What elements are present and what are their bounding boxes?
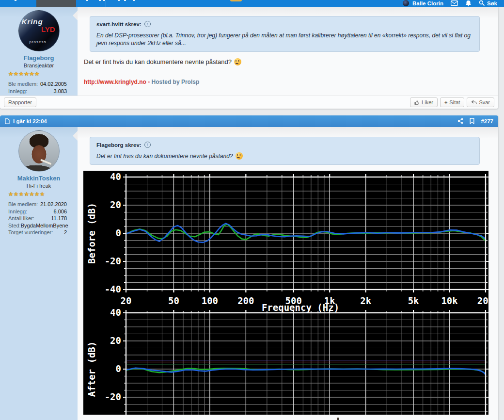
svg-text:20: 20 bbox=[110, 199, 121, 210]
stat-row: Torget vurderinger:2 bbox=[8, 229, 67, 236]
post-message: Det er fint hvis du kan dokumentere nevn… bbox=[84, 58, 480, 65]
post-content: Flageborg skrev: ↑ Det er fint hvis du k… bbox=[78, 127, 498, 420]
quoted-message: Flageborg skrev: ↑ Det er fint hvis du k… bbox=[90, 137, 480, 165]
svg-text:Frequency (Hz): Frequency (Hz) bbox=[262, 302, 339, 313]
quote-button[interactable]: + Sitat bbox=[440, 97, 464, 107]
svg-text:20: 20 bbox=[121, 295, 132, 306]
inbox-envelope-icon[interactable] bbox=[451, 0, 458, 6]
avatar-flageborg[interactable]: Kring LYD prosess bbox=[18, 10, 60, 51]
username-link[interactable]: MakkinTosken bbox=[0, 175, 78, 182]
nav-text-fragment bbox=[15, 0, 16, 1]
svg-text:40: 40 bbox=[110, 171, 121, 182]
avatar-makkintosken[interactable] bbox=[18, 130, 60, 172]
signature: http://www.kringlyd.no - Hosted by Prols… bbox=[84, 79, 480, 85]
quote-body: En del DSP-prosessorer (bl.a. Trinnov, t… bbox=[96, 32, 473, 47]
quote-body: Det er fint hvis du kan dokumentere nevn… bbox=[96, 152, 473, 160]
quoted-message: svart-hvitt skrev: ↑ En del DSP-prosesso… bbox=[90, 16, 480, 52]
post-timestamp-link[interactable]: I går kl 22:04 bbox=[13, 118, 47, 124]
user-avatar-small bbox=[403, 0, 409, 6]
search-icon bbox=[479, 0, 485, 6]
svg-text:-20: -20 bbox=[105, 391, 121, 402]
alerts-bell-icon[interactable] bbox=[465, 0, 472, 6]
stat-row: Innlegg:3.083 bbox=[8, 88, 67, 95]
reply-button[interactable]: Svar bbox=[467, 97, 494, 107]
post-number-link[interactable]: #277 bbox=[481, 118, 493, 124]
expand-quote-icon[interactable]: ↑ bbox=[144, 21, 151, 27]
stat-row: Antall liker:526 bbox=[8, 95, 67, 96]
post-content: svart-hvitt skrev: ↑ En del DSP-prosesso… bbox=[78, 7, 498, 96]
username-link[interactable]: Flageborg bbox=[0, 54, 78, 62]
stat-row: Sted:BygdaMellomByene bbox=[8, 222, 67, 229]
avatar-logo-text: Kring bbox=[22, 17, 43, 26]
speech-bubble-notch bbox=[73, 131, 78, 141]
signature-link[interactable]: http://www.kringlyd.no bbox=[84, 79, 146, 85]
avatar-photo-detail bbox=[40, 159, 52, 165]
svg-text:20: 20 bbox=[110, 335, 121, 346]
user-title: Hi-Fi freak bbox=[0, 183, 78, 189]
thinking-emoji bbox=[234, 58, 241, 65]
svg-text:10k: 10k bbox=[441, 295, 458, 306]
svg-text:0: 0 bbox=[116, 227, 121, 238]
nav-text-fragment bbox=[86, 0, 88, 1]
cut-off-content-fragment bbox=[337, 418, 339, 420]
thumbs-up-icon bbox=[414, 100, 420, 105]
user-rating-stars: ★★★★★★★ bbox=[0, 191, 78, 197]
svg-text:Before (dB): Before (dB) bbox=[86, 203, 97, 264]
author-sidebar: Kring LYD prosess Flageborg Bransjeaktør… bbox=[0, 7, 78, 96]
thinking-emoji bbox=[236, 152, 243, 160]
quote-author: Flageborg skrev: bbox=[96, 142, 142, 148]
active-nav-tab[interactable] bbox=[36, 0, 76, 7]
nav-text-fragment bbox=[124, 0, 126, 1]
user-title: Bransjeaktør bbox=[0, 63, 78, 68]
frequency-response-image[interactable]: -40-2002040Before (dB)20501002005001k2k5… bbox=[83, 171, 488, 415]
svg-text:-40: -40 bbox=[105, 284, 121, 294]
svg-text:100: 100 bbox=[202, 295, 218, 306]
logged-in-username: Balle Clorin bbox=[412, 0, 443, 6]
reply-arrow-icon bbox=[471, 100, 477, 105]
account-menu[interactable]: Balle Clorin bbox=[403, 0, 443, 6]
search-button[interactable]: Søk bbox=[479, 0, 497, 6]
search-label: Søk bbox=[487, 0, 497, 6]
svg-text:20k: 20k bbox=[477, 295, 488, 306]
report-button[interactable]: Rapporter bbox=[4, 97, 36, 107]
nav-text-fragment bbox=[133, 0, 135, 1]
forum-post-makkintosken: I går kl 22:04 #277 MakkinTosken Hi-Fi f… bbox=[0, 115, 498, 420]
post-date-bar: I går kl 22:04 #277 bbox=[0, 115, 498, 127]
stat-row: Ble medlem:21.02.2020 bbox=[8, 201, 67, 208]
like-button[interactable]: Liker bbox=[410, 97, 438, 107]
signature-hosted-by: Hosted by Prolsp bbox=[152, 79, 200, 85]
nav-text-fragment bbox=[103, 0, 105, 1]
svg-text:40: 40 bbox=[110, 307, 121, 318]
quote-author: svart-hvitt skrev: bbox=[96, 21, 142, 27]
svg-text:-20: -20 bbox=[105, 256, 121, 266]
signature-divider bbox=[84, 73, 480, 73]
user-stats: Ble medlem:04.02.2005 Innlegg:3.083 Anta… bbox=[8, 81, 67, 96]
user-stats: Ble medlem:21.02.2020 Innlegg:6.006 Anta… bbox=[8, 201, 67, 236]
speech-bubble-notch bbox=[73, 11, 78, 20]
plus-icon: + bbox=[444, 99, 447, 105]
frequency-response-svg: -40-2002040Before (dB)20501002005001k2k5… bbox=[83, 171, 488, 415]
author-sidebar: MakkinTosken Hi-Fi freak ★★★★★★★ Ble med… bbox=[0, 127, 78, 420]
svg-text:5k: 5k bbox=[408, 295, 419, 306]
thread-title-emoji-fragment bbox=[230, 0, 242, 1]
bookmark-icon[interactable] bbox=[470, 118, 474, 125]
nav-text-fragment bbox=[118, 0, 120, 1]
avatar-logo-text-small: prosess bbox=[30, 40, 47, 44]
document-icon bbox=[5, 118, 10, 124]
user-rating-stars: ★★★★★★ bbox=[0, 70, 78, 77]
svg-text:200: 200 bbox=[237, 295, 254, 306]
svg-text:2k: 2k bbox=[360, 295, 371, 306]
svg-text:After (dB): After (dB) bbox=[86, 341, 97, 397]
avatar-logo-text-red: LYD bbox=[41, 25, 55, 33]
nav-tab-divider bbox=[106, 1, 106, 7]
post-action-bar: Rapporter Liker + Sitat Svar bbox=[0, 96, 498, 109]
stat-row: Ble medlem:04.02.2005 bbox=[8, 81, 67, 88]
svg-text:0: 0 bbox=[116, 363, 121, 374]
expand-quote-icon[interactable]: ↑ bbox=[144, 142, 151, 148]
stat-row: Innlegg:6.006 bbox=[8, 208, 67, 215]
top-navigation-bar: Balle Clorin Søk bbox=[0, 0, 504, 7]
forum-post-flageborg: Kring LYD prosess Flageborg Bransjeaktør… bbox=[0, 7, 498, 109]
svg-text:50: 50 bbox=[168, 295, 179, 306]
stat-row: Antall liker:11.178 bbox=[8, 215, 67, 222]
share-icon[interactable] bbox=[457, 118, 463, 125]
